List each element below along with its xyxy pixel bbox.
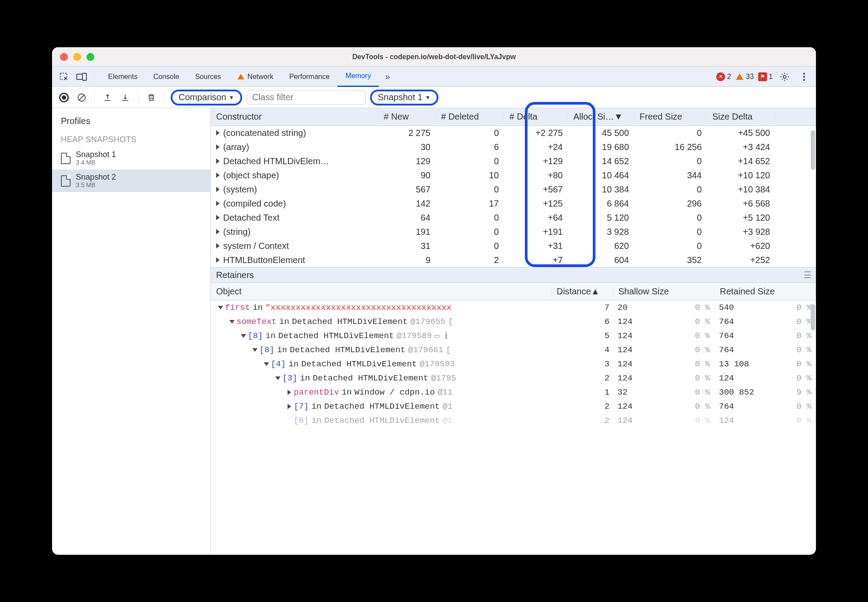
sidebar-section: HEAP SNAPSHOTS (52, 129, 210, 147)
expand-icon[interactable] (241, 334, 246, 338)
expand-icon[interactable] (216, 243, 220, 248)
sidebar-title: Profiles (52, 113, 210, 129)
expand-icon[interactable] (216, 130, 220, 135)
svg-point-4 (803, 72, 805, 74)
devtools-window: DevTools - codepen.io/web-dot-dev/live/L… (52, 47, 816, 555)
expand-icon[interactable] (288, 404, 291, 409)
diff-row[interactable]: Detached Text640+645 1200+5 120 (211, 211, 816, 225)
snapshot-file-icon (61, 175, 71, 187)
diff-row[interactable]: (compiled code)14217+1256 864296+6 568 (211, 196, 816, 211)
retainer-row[interactable]: [8] in Detached HTMLDivElement @179589 ▭… (211, 329, 816, 343)
view-select[interactable]: Comparison ▼ (171, 90, 242, 105)
tab-performance[interactable]: Performance (281, 67, 338, 87)
expand-icon[interactable] (229, 320, 235, 324)
settings-icon[interactable] (777, 69, 792, 84)
import-icon[interactable] (119, 91, 132, 104)
expand-icon[interactable] (216, 187, 220, 192)
retainer-row[interactable]: [6] in Detached HTMLDivElement @121240 %… (211, 414, 816, 428)
expand-icon[interactable] (218, 306, 223, 309)
hamburger-icon[interactable]: ☰ (804, 270, 812, 280)
diff-row[interactable]: (concatenated string)2 2750+2 27545 5000… (211, 126, 816, 140)
tab-network[interactable]: Network (229, 67, 281, 87)
retainers-col-header[interactable]: Retained Size (715, 286, 816, 297)
more-tabs-icon[interactable]: » (382, 71, 393, 82)
error-icon: ✕ (716, 72, 725, 81)
tab-elements[interactable]: Elements (100, 67, 146, 87)
retainer-row[interactable]: first in "xxxxxxxxxxxxxxxxxxxxxxxxxxxxxx… (211, 301, 816, 315)
separator (164, 91, 165, 104)
chevron-down-icon: ▼ (229, 94, 234, 101)
memory-content: Constructor# New# Deleted# DeltaAlloc. S… (211, 108, 816, 555)
expand-icon[interactable] (216, 201, 220, 206)
chevron-down-icon: ▼ (425, 94, 430, 101)
warnings-badge[interactable]: 33 (735, 72, 754, 81)
expand-icon[interactable] (216, 229, 220, 234)
export-icon[interactable] (101, 91, 114, 104)
svg-point-6 (803, 79, 805, 80)
inspect-icon[interactable] (56, 69, 71, 84)
retainers-col-header[interactable]: Distance▲ (551, 286, 613, 297)
compare-to-select[interactable]: Snapshot 1 ▼ (370, 90, 438, 105)
expand-icon[interactable] (264, 362, 269, 366)
snapshot-file-icon (61, 153, 71, 164)
diff-col-header[interactable]: Alloc. Si…▼ (568, 112, 634, 122)
tab-memory[interactable]: Memory (337, 67, 379, 87)
diff-col-header[interactable]: # Deleted (436, 112, 504, 122)
warning-icon (237, 73, 245, 81)
errors-badge[interactable]: ✕ 2 (716, 72, 731, 81)
profiles-sidebar: Profiles HEAP SNAPSHOTS Snapshot 13.4 MB… (52, 108, 211, 555)
scrollbar-vertical[interactable] (811, 304, 815, 331)
diff-row[interactable]: (system)5670+56710 3840+10 384 (211, 182, 816, 196)
expand-icon[interactable] (216, 215, 220, 220)
issues-badge[interactable]: ⚑ 1 (758, 72, 773, 81)
issue-icon: ⚑ (758, 72, 767, 81)
separator (94, 71, 95, 83)
diff-row[interactable]: (array)306+2419 68016 256+3 424 (211, 140, 816, 154)
device-toolbar-icon[interactable] (74, 69, 89, 84)
diff-row[interactable]: system / Context310+316200+620 (211, 239, 816, 253)
collect-garbage-icon[interactable] (145, 91, 158, 104)
tab-sources[interactable]: Sources (187, 67, 229, 87)
retainers-col-header[interactable]: Object (211, 286, 551, 297)
snapshot-item[interactable]: Snapshot 13.4 MB (52, 147, 210, 169)
expand-icon[interactable] (216, 257, 220, 263)
diff-col-header[interactable]: # Delta (504, 112, 568, 122)
retainer-row[interactable]: [3] in Detached HTMLDivElement @17952124… (211, 371, 816, 385)
retainer-row[interactable]: [8] in Detached HTMLDivElement @179661 [… (211, 343, 816, 357)
titlebar: DevTools - codepen.io/web-dot-dev/live/L… (52, 47, 816, 67)
expand-icon[interactable] (275, 376, 281, 380)
expand-icon[interactable] (288, 390, 291, 395)
class-filter-input[interactable] (247, 90, 366, 105)
diff-row[interactable]: (string)1910+1913 9280+3 928 (211, 225, 816, 239)
diff-header-row: Constructor# New# Deleted# DeltaAlloc. S… (211, 108, 816, 126)
expand-icon[interactable] (216, 158, 220, 164)
retainer-row[interactable]: parentDiv in Window / cdpn.io @111320 %3… (211, 385, 816, 399)
scrollbar-vertical[interactable] (811, 130, 815, 170)
svg-rect-2 (82, 73, 86, 80)
expand-icon[interactable] (216, 144, 220, 150)
diff-col-header[interactable]: Constructor (211, 112, 378, 122)
kebab-menu-icon[interactable] (797, 69, 812, 84)
retainer-row[interactable]: [7] in Detached HTMLDivElement @121240 %… (211, 399, 816, 414)
diff-row[interactable]: HTMLButtonElement92+7604352+252 (211, 253, 816, 267)
retainer-row[interactable]: [4] in Detached HTMLDivElement @17959331… (211, 357, 816, 371)
tab-console[interactable]: Console (146, 67, 187, 87)
diff-table: Constructor# New# Deleted# DeltaAlloc. S… (211, 108, 816, 267)
retainers-header-row: ObjectDistance▲Shallow SizeRetained Size (211, 283, 816, 301)
diff-col-header[interactable]: Freed Size (634, 112, 707, 122)
separator (94, 91, 95, 104)
retainer-row[interactable]: someText in Detached HTMLDivElement @179… (211, 315, 816, 329)
diff-col-header[interactable]: # New (378, 112, 436, 122)
retainers-col-header[interactable]: Shallow Size (613, 286, 715, 297)
separator (138, 91, 138, 104)
diff-row[interactable]: (object shape)9010+8010 464344+10 120 (211, 168, 816, 182)
expand-icon[interactable] (252, 348, 258, 352)
snapshot-item[interactable]: Snapshot 23.5 MB (52, 169, 210, 192)
diff-col-header[interactable]: Size Delta (707, 112, 775, 122)
main-split: Profiles HEAP SNAPSHOTS Snapshot 13.4 MB… (52, 108, 816, 555)
clear-icon[interactable] (75, 91, 88, 104)
memory-toolbar: Comparison ▼ Snapshot 1 ▼ (52, 87, 816, 108)
expand-icon[interactable] (216, 173, 220, 178)
record-icon[interactable] (57, 91, 71, 104)
diff-row[interactable]: Detached HTMLDivElem…1290+12914 6520+14 … (211, 154, 816, 168)
